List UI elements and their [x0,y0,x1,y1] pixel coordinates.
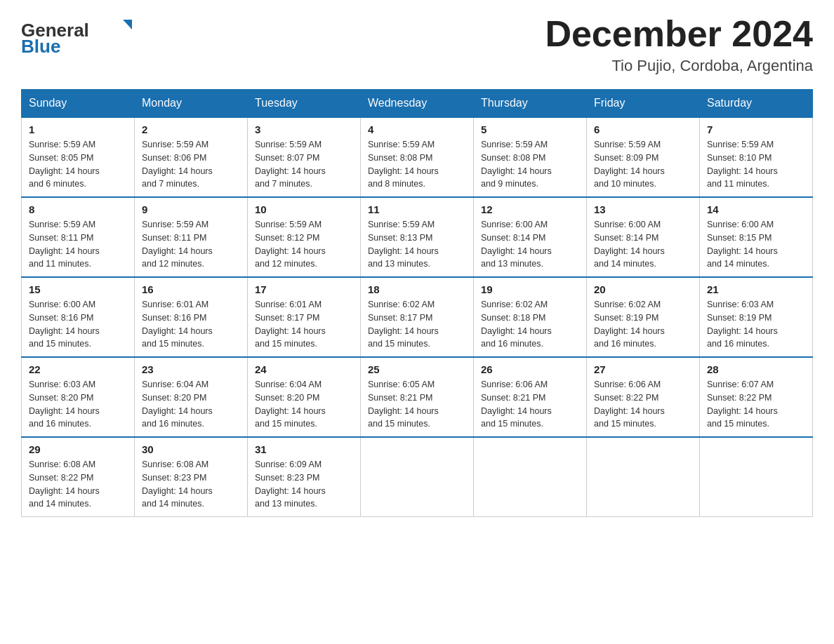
day-number: 28 [707,363,805,375]
day-info: Sunrise: 6:00 AMSunset: 8:15 PMDaylight:… [707,218,805,271]
calendar-cell: 24Sunrise: 6:04 AMSunset: 8:20 PMDayligh… [248,357,361,437]
day-info: Sunrise: 5:59 AMSunset: 8:08 PMDaylight:… [481,138,579,191]
day-info: Sunrise: 5:59 AMSunset: 8:12 PMDaylight:… [255,218,353,271]
calendar-cell: 13Sunrise: 6:00 AMSunset: 8:14 PMDayligh… [587,197,700,277]
day-number: 2 [142,123,240,135]
calendar-cell: 6Sunrise: 5:59 AMSunset: 8:09 PMDaylight… [587,117,700,197]
calendar-cell [474,437,587,517]
calendar-cell: 11Sunrise: 5:59 AMSunset: 8:13 PMDayligh… [361,197,474,277]
day-number: 15 [29,283,127,295]
day-info: Sunrise: 6:08 AMSunset: 8:23 PMDaylight:… [142,458,240,511]
calendar-cell: 7Sunrise: 5:59 AMSunset: 8:10 PMDaylight… [700,117,813,197]
logo: General Blue [21,14,133,56]
day-info: Sunrise: 5:59 AMSunset: 8:11 PMDaylight:… [29,218,127,271]
calendar-cell: 28Sunrise: 6:07 AMSunset: 8:22 PMDayligh… [700,357,813,437]
day-number: 22 [29,363,127,375]
day-number: 27 [594,363,692,375]
day-number: 17 [255,283,353,295]
day-number: 6 [594,123,692,135]
weekday-header-tuesday: Tuesday [248,90,361,118]
day-number: 31 [255,443,353,455]
calendar-cell [700,437,813,517]
day-number: 4 [368,123,466,135]
svg-text:Blue: Blue [21,36,60,56]
weekday-header-saturday: Saturday [700,90,813,118]
day-number: 24 [255,363,353,375]
day-number: 20 [594,283,692,295]
calendar-cell [361,437,474,517]
day-info: Sunrise: 5:59 AMSunset: 8:07 PMDaylight:… [255,138,353,191]
calendar-cell: 18Sunrise: 6:02 AMSunset: 8:17 PMDayligh… [361,277,474,357]
day-number: 25 [368,363,466,375]
calendar-cell: 31Sunrise: 6:09 AMSunset: 8:23 PMDayligh… [248,437,361,517]
calendar-cell: 9Sunrise: 5:59 AMSunset: 8:11 PMDaylight… [135,197,248,277]
calendar-cell: 17Sunrise: 6:01 AMSunset: 8:17 PMDayligh… [248,277,361,357]
day-info: Sunrise: 6:00 AMSunset: 8:14 PMDaylight:… [594,218,692,271]
day-info: Sunrise: 6:07 AMSunset: 8:22 PMDaylight:… [707,378,805,431]
day-number: 26 [481,363,579,375]
calendar-cell: 23Sunrise: 6:04 AMSunset: 8:20 PMDayligh… [135,357,248,437]
calendar-cell: 20Sunrise: 6:02 AMSunset: 8:19 PMDayligh… [587,277,700,357]
day-number: 1 [29,123,127,135]
calendar-week-4: 22Sunrise: 6:03 AMSunset: 8:20 PMDayligh… [22,357,813,437]
day-info: Sunrise: 6:01 AMSunset: 8:16 PMDaylight:… [142,298,240,351]
title-block: December 2024 Tio Pujio, Cordoba, Argent… [545,14,813,75]
location-title: Tio Pujio, Cordoba, Argentina [545,57,813,75]
day-info: Sunrise: 6:03 AMSunset: 8:19 PMDaylight:… [707,298,805,351]
calendar-cell: 15Sunrise: 6:00 AMSunset: 8:16 PMDayligh… [22,277,135,357]
day-info: Sunrise: 6:05 AMSunset: 8:21 PMDaylight:… [368,378,466,431]
day-number: 18 [368,283,466,295]
calendar-cell: 16Sunrise: 6:01 AMSunset: 8:16 PMDayligh… [135,277,248,357]
month-title: December 2024 [545,14,813,54]
calendar-cell: 26Sunrise: 6:06 AMSunset: 8:21 PMDayligh… [474,357,587,437]
day-info: Sunrise: 6:06 AMSunset: 8:21 PMDaylight:… [481,378,579,431]
day-info: Sunrise: 5:59 AMSunset: 8:08 PMDaylight:… [368,138,466,191]
calendar-cell: 1Sunrise: 5:59 AMSunset: 8:05 PMDaylight… [22,117,135,197]
day-number: 10 [255,203,353,215]
weekday-header-wednesday: Wednesday [361,90,474,118]
page-header: General Blue December 2024 Tio Pujio, Co… [21,14,813,75]
day-info: Sunrise: 6:02 AMSunset: 8:17 PMDaylight:… [368,298,466,351]
calendar-cell: 2Sunrise: 5:59 AMSunset: 8:06 PMDaylight… [135,117,248,197]
day-number: 19 [481,283,579,295]
day-number: 12 [481,203,579,215]
day-info: Sunrise: 5:59 AMSunset: 8:11 PMDaylight:… [142,218,240,271]
calendar-table: SundayMondayTuesdayWednesdayThursdayFrid… [21,89,813,517]
day-info: Sunrise: 6:02 AMSunset: 8:19 PMDaylight:… [594,298,692,351]
day-number: 7 [707,123,805,135]
day-info: Sunrise: 6:08 AMSunset: 8:22 PMDaylight:… [29,458,127,511]
calendar-cell: 29Sunrise: 6:08 AMSunset: 8:22 PMDayligh… [22,437,135,517]
calendar-week-1: 1Sunrise: 5:59 AMSunset: 8:05 PMDaylight… [22,117,813,197]
weekday-header-monday: Monday [135,90,248,118]
calendar-cell: 3Sunrise: 5:59 AMSunset: 8:07 PMDaylight… [248,117,361,197]
day-info: Sunrise: 5:59 AMSunset: 8:09 PMDaylight:… [594,138,692,191]
weekday-header-sunday: Sunday [22,90,135,118]
weekday-header-row: SundayMondayTuesdayWednesdayThursdayFrid… [22,90,813,118]
day-number: 3 [255,123,353,135]
calendar-cell: 21Sunrise: 6:03 AMSunset: 8:19 PMDayligh… [700,277,813,357]
calendar-cell: 8Sunrise: 5:59 AMSunset: 8:11 PMDaylight… [22,197,135,277]
day-info: Sunrise: 5:59 AMSunset: 8:10 PMDaylight:… [707,138,805,191]
calendar-cell: 12Sunrise: 6:00 AMSunset: 8:14 PMDayligh… [474,197,587,277]
calendar-week-3: 15Sunrise: 6:00 AMSunset: 8:16 PMDayligh… [22,277,813,357]
calendar-cell: 19Sunrise: 6:02 AMSunset: 8:18 PMDayligh… [474,277,587,357]
day-info: Sunrise: 6:00 AMSunset: 8:14 PMDaylight:… [481,218,579,271]
day-info: Sunrise: 6:02 AMSunset: 8:18 PMDaylight:… [481,298,579,351]
weekday-header-thursday: Thursday [474,90,587,118]
calendar-cell: 10Sunrise: 5:59 AMSunset: 8:12 PMDayligh… [248,197,361,277]
day-number: 5 [481,123,579,135]
day-number: 23 [142,363,240,375]
calendar-cell: 27Sunrise: 6:06 AMSunset: 8:22 PMDayligh… [587,357,700,437]
calendar-week-5: 29Sunrise: 6:08 AMSunset: 8:22 PMDayligh… [22,437,813,517]
calendar-week-2: 8Sunrise: 5:59 AMSunset: 8:11 PMDaylight… [22,197,813,277]
day-info: Sunrise: 6:03 AMSunset: 8:20 PMDaylight:… [29,378,127,431]
day-info: Sunrise: 6:06 AMSunset: 8:22 PMDaylight:… [594,378,692,431]
day-number: 8 [29,203,127,215]
day-info: Sunrise: 5:59 AMSunset: 8:13 PMDaylight:… [368,218,466,271]
weekday-header-friday: Friday [587,90,700,118]
logo-svg: General Blue [21,14,133,56]
day-info: Sunrise: 5:59 AMSunset: 8:05 PMDaylight:… [29,138,127,191]
day-number: 21 [707,283,805,295]
calendar-cell: 5Sunrise: 5:59 AMSunset: 8:08 PMDaylight… [474,117,587,197]
day-number: 9 [142,203,240,215]
